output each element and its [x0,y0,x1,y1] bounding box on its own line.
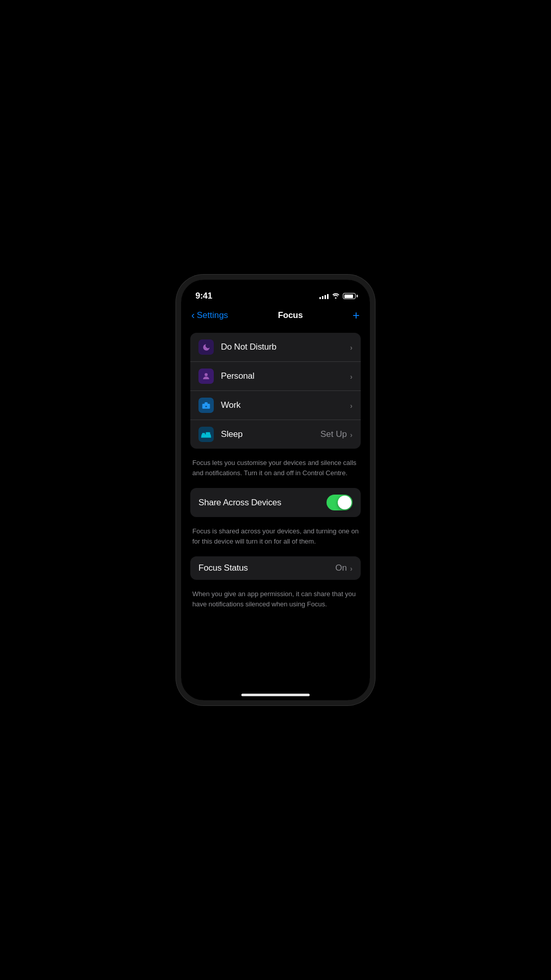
sleep-icon [198,427,214,442]
focus-status-group: Focus Status On › [190,556,361,580]
svg-point-0 [205,373,208,376]
do-not-disturb-label: Do Not Disturb [221,342,350,352]
wifi-icon [332,292,340,300]
work-row[interactable]: Work › [190,391,361,420]
chevron-icon: › [350,564,353,573]
share-across-devices-description: Focus is shared across your devices, and… [190,521,361,556]
share-across-devices-group: Share Across Devices [190,488,361,517]
share-across-devices-toggle[interactable] [327,495,353,510]
back-chevron-icon: ‹ [191,309,195,321]
back-button[interactable]: ‹ Settings [191,310,228,321]
focus-description: Focus lets you customise your devices an… [190,453,361,488]
svg-point-2 [206,406,207,407]
sleep-value: Set Up [320,429,347,439]
work-label: Work [221,400,350,410]
focus-status-description: When you give an app permission, it can … [190,584,361,619]
screen: 9:41 [181,280,370,700]
content-area: Do Not Disturb › Personal › [181,328,370,683]
person-icon [198,369,214,384]
chevron-icon: › [350,430,353,439]
share-across-devices-label: Share Across Devices [198,498,281,508]
focus-status-label: Focus Status [198,563,335,573]
personal-label: Personal [221,371,350,381]
svg-rect-5 [206,432,210,435]
chevron-icon: › [350,343,353,352]
nav-bar: ‹ Settings Focus + [181,305,370,328]
page-title: Focus [278,310,303,321]
share-across-devices-row[interactable]: Share Across Devices [190,488,361,517]
home-indicator [181,683,370,700]
battery-icon [343,293,356,299]
signal-icon [319,293,329,299]
work-icon [198,398,214,413]
chevron-icon: › [350,372,353,381]
svg-rect-4 [202,433,205,435]
chevron-icon: › [350,401,353,410]
do-not-disturb-row[interactable]: Do Not Disturb › [190,333,361,362]
sleep-label: Sleep [221,429,320,439]
svg-rect-6 [201,436,211,437]
add-button[interactable]: + [353,309,360,322]
status-time: 9:41 [195,291,212,301]
focus-status-value: On [335,563,347,573]
personal-row[interactable]: Personal › [190,362,361,391]
status-icons [319,292,356,300]
phone-frame: 9:41 [176,275,375,705]
home-bar [241,694,310,696]
sleep-row[interactable]: Sleep Set Up › [190,420,361,449]
toggle-knob [338,496,352,509]
moon-icon [198,339,214,355]
back-label: Settings [197,310,228,321]
notch [245,280,306,295]
focus-modes-group: Do Not Disturb › Personal › [190,333,361,449]
focus-status-row[interactable]: Focus Status On › [190,556,361,580]
